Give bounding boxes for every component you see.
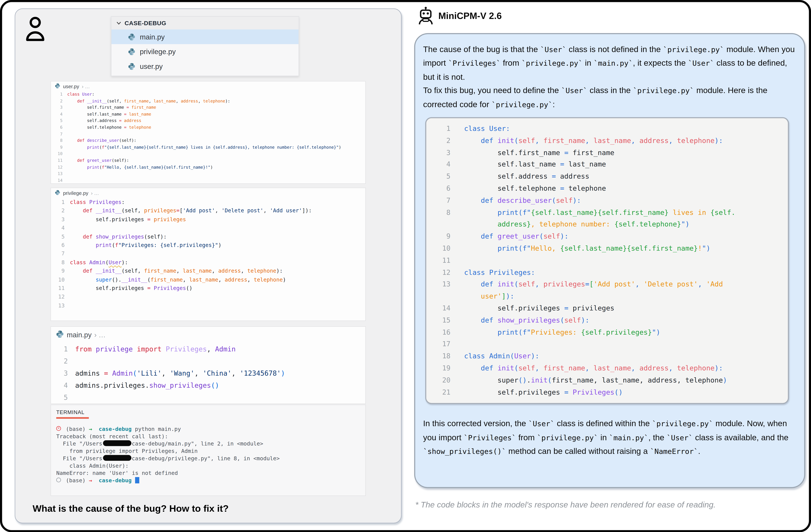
breadcrumb: › …: [91, 190, 99, 196]
line-number: 7: [51, 131, 62, 138]
terminal-line: File "/Userscase-debug/main.py", line 2,…: [56, 439, 360, 447]
inline-code: `User`: [688, 59, 714, 67]
code-line: 5 def show_privileges(self):: [51, 233, 365, 241]
code-line: 3 self.first_name = first_name: [51, 105, 365, 111]
code-line: 10 print(f"Hello, {self.last_name}{self.…: [432, 243, 788, 255]
code-line: 4 self.last_name = last_name: [432, 159, 788, 171]
line-number: 2: [432, 135, 450, 147]
editor-filename: user.py: [63, 83, 79, 89]
line-number: 19: [432, 362, 450, 374]
python-icon: [55, 190, 60, 195]
line-number: 3: [51, 105, 62, 111]
line-number: 16: [432, 327, 450, 339]
code-line: 14: [51, 177, 365, 184]
code-line: 1from privilege import Privileges, Admin: [51, 343, 365, 355]
line-number: 10: [432, 243, 450, 255]
line-number: 15: [432, 315, 450, 327]
line-number: 5: [51, 118, 62, 124]
line-number: 2: [51, 355, 68, 367]
line-number: 4: [51, 224, 64, 233]
code-line: 13: [51, 171, 365, 177]
explorer-root-row[interactable]: CASE-DEBUG: [111, 17, 299, 29]
line-number: 2: [51, 98, 62, 105]
code-editor-area[interactable]: 1from privilege import Privileges, Admin…: [51, 343, 365, 404]
line-number: 13: [432, 279, 450, 291]
inline-code: `privilege.py`: [521, 59, 583, 67]
file-explorer: CASE-DEBUG main.py privilege.py user.py: [111, 16, 299, 76]
code-line: 8class Admin(User):: [51, 259, 365, 267]
line-number: 8: [51, 138, 62, 144]
debug-case-card: CASE-DEBUG main.py privilege.py user.py …: [15, 9, 402, 523]
code-line: 7: [51, 131, 365, 138]
code-line: 1class Privileges:: [51, 198, 365, 207]
code-line: 3admins = Admin('Lili', 'Wang', 'China',…: [51, 367, 365, 379]
inline-code: `privilege.py`: [663, 45, 724, 53]
code-line: 6 self.telephone = telephone: [432, 183, 788, 195]
model-name: MiniCPM-V 2.6: [439, 10, 502, 21]
code-line: 6 print(f"Privileges: {self.privileges}"…: [51, 241, 365, 250]
code-line: 17: [432, 339, 788, 350]
editor-main-py: main.py › … 1from privilege import Privi…: [50, 326, 366, 404]
code-line: 18class Admin(User):: [432, 350, 788, 362]
code-line: 3 self.first_name = first_name: [432, 147, 788, 159]
file-item-main-py[interactable]: main.py: [111, 29, 299, 44]
line-number: 1: [51, 343, 68, 355]
line-number: 3: [51, 367, 68, 379]
code-editor-area[interactable]: 1class Privileges:2 def __init__(self, p…: [51, 198, 365, 310]
editor-header: user.py › …: [51, 81, 365, 91]
rendered-code-block: 1class User:2 def init(self, first_name,…: [425, 117, 789, 404]
code-editor-area[interactable]: 1class User:2 def __init__(self, first_n…: [51, 91, 365, 184]
code-line: 13: [51, 301, 365, 310]
code-line: 7: [51, 250, 365, 259]
file-name: main.py: [140, 33, 165, 41]
line-number: 6: [432, 183, 450, 195]
terminal-panel[interactable]: TERMINAL × (base) → case-debug python ma…: [50, 405, 366, 496]
line-number: 5: [432, 171, 450, 183]
line-number: 9: [432, 231, 450, 243]
terminal-line: File "/Userscase-debug/privilege.py", li…: [56, 454, 360, 461]
code-line: 11: [432, 255, 788, 267]
code-line: 11 self.privileges = Privileges(): [51, 284, 365, 293]
line-number: 8: [432, 207, 450, 219]
terminal-output: × (base) → case-debug python main.pyTrac…: [56, 425, 360, 484]
code-line: 5 self.address = address: [432, 171, 788, 183]
editor-privilege-py: privilege.py › … 1class Privileges:2 def…: [50, 188, 366, 321]
line-number: 1: [51, 91, 62, 98]
code-line: 11 def greet_user(self):: [51, 158, 365, 164]
line-number: 6: [51, 124, 62, 131]
inline-code: `User`: [540, 45, 566, 53]
code-line: 5: [51, 391, 365, 404]
code-line: 9 print(f"{self.last_name}{self.first_na…: [51, 144, 365, 151]
terminal-line: class Admin(User):: [56, 461, 360, 469]
line-number: 4: [432, 159, 450, 171]
line-number: 17: [432, 339, 450, 350]
python-icon: [128, 48, 136, 56]
figure-canvas: CASE-DEBUG main.py privilege.py user.py …: [0, 0, 811, 532]
response-paragraph-2: In this corrected version, the `User` cl…: [423, 417, 796, 458]
line-number: 9: [51, 144, 62, 151]
inline-code: `privilege.py`: [633, 87, 694, 95]
question-text: What is the cause of the bug? How to fix…: [33, 503, 229, 514]
line-number: 2: [51, 207, 64, 215]
code-line: 14 self.privileges = privileges: [432, 303, 788, 315]
code-line: 4: [51, 224, 365, 233]
line-number: 1: [51, 198, 64, 207]
line-number: 9: [51, 267, 64, 276]
file-name: privilege.py: [140, 48, 176, 56]
code-line: 4 self.last_name = last_name: [51, 111, 365, 118]
inline-code: `User`: [529, 420, 554, 428]
redaction-blob: [103, 455, 131, 461]
file-item-privilege-py[interactable]: privilege.py: [111, 44, 299, 59]
file-item-user-py[interactable]: user.py: [111, 59, 299, 74]
line-number: 10: [51, 276, 64, 284]
terminal-line: from privilege import Privileges, Admin: [56, 447, 360, 454]
code-line: 6 self.telephone = telephone: [51, 124, 365, 131]
terminal-line: Traceback (most recent call last):: [56, 432, 360, 440]
code-line: 10: [51, 151, 365, 158]
python-icon: [128, 62, 136, 70]
user-person-icon: [25, 16, 45, 45]
line-number: 18: [432, 350, 450, 362]
code-line: 9 def greet_user(self):: [432, 231, 788, 243]
line-number: 7: [51, 250, 64, 259]
line-number: 13: [51, 301, 64, 310]
